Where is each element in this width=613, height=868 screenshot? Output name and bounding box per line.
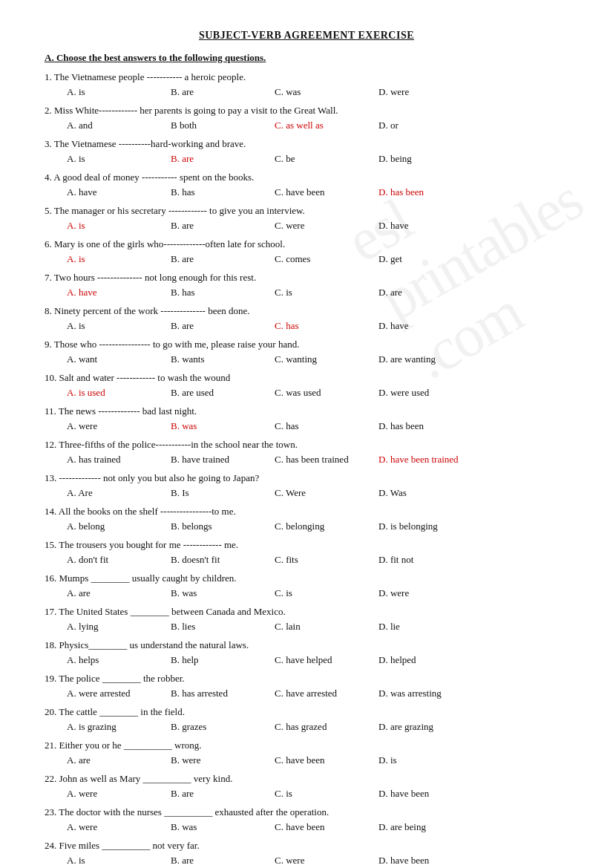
- question-text: 13. ------------- not only you but also …: [45, 471, 568, 486]
- answer-row: A. were arrestedB. has arrestedC. have a…: [45, 686, 568, 701]
- question-text: 7. Two hours -------------- not long eno…: [45, 270, 568, 285]
- answer-item: D. have been: [378, 853, 482, 868]
- answer-item: A. have: [67, 185, 171, 200]
- answer-row: A. isB. areC. wereD. have been: [45, 853, 568, 868]
- answer-item: C. has been trained: [275, 452, 378, 467]
- answer-item: D. have been: [378, 786, 482, 801]
- section-title: A. Choose the best answers to the follow…: [45, 52, 568, 64]
- answer-item: A. were: [67, 786, 171, 801]
- question-block: 2. Miss White------------ her parents is…: [45, 103, 568, 132]
- answer-item: A. lying: [67, 619, 171, 634]
- answer-item: B. Is: [171, 486, 275, 500]
- answer-item: C. were: [275, 218, 378, 233]
- answer-item: B. are: [171, 85, 275, 99]
- answer-item: A. is used: [67, 385, 171, 400]
- answer-item: A. Are: [67, 486, 171, 500]
- answer-item: B. are: [171, 151, 275, 166]
- question-block: 18. Physics________ us understand the na…: [45, 638, 568, 667]
- question-block: 23. The doctor with the nurses _________…: [45, 805, 568, 834]
- question-block: 5. The manager or his secretary --------…: [45, 203, 568, 232]
- answer-row: A. AreB. IsC. WereD. Was: [45, 486, 568, 500]
- answer-item: D. have been trained: [378, 452, 482, 467]
- question-block: 11. The news ------------- bad last nigh…: [45, 404, 568, 433]
- answer-item: B. has: [171, 285, 275, 300]
- answer-row: A. wereB. wasC. have beenD. are being: [45, 820, 568, 835]
- answer-item: C. have been: [275, 820, 378, 835]
- answer-row: A. haveB. hasC. have beenD. has been: [45, 185, 568, 200]
- answer-row: A. is grazingB. grazesC. has grazedD. ar…: [45, 719, 568, 734]
- answer-row: A. isB. areC. comesD. get: [45, 252, 568, 267]
- question-block: 3. The Vietnamese ----------hard-working…: [45, 137, 568, 166]
- question-block: 4. A good deal of money ----------- spen…: [45, 170, 568, 199]
- question-block: 10. Salt and water ------------ to wash …: [45, 371, 568, 399]
- answer-item: C. Were: [275, 486, 378, 500]
- answer-row: A. isB. areC. wereD. have: [45, 218, 568, 233]
- answer-row: A. isB. areC. hasD. have: [45, 319, 568, 333]
- answer-item: C. comes: [275, 252, 378, 267]
- answer-item: D. lie: [378, 619, 482, 634]
- question-text: 6. Mary is one of the girls who---------…: [45, 237, 568, 252]
- answer-item: B. are: [171, 853, 275, 868]
- answer-item: A. is: [67, 151, 171, 166]
- answer-row: A. haveB. hasC. isD. are: [45, 285, 568, 300]
- answer-item: D. or: [378, 118, 482, 133]
- answer-row: A. wereB. wasC. hasD. has been: [45, 419, 568, 434]
- answer-item: D. have: [378, 319, 482, 333]
- question-block: 14. All the books on the shelf ---------…: [45, 504, 568, 533]
- answer-item: A. is grazing: [67, 719, 171, 734]
- answer-item: A. is: [67, 252, 171, 267]
- answer-item: A. were arrested: [67, 686, 171, 701]
- answer-item: B. have trained: [171, 452, 275, 467]
- answer-item: D. has been: [378, 419, 482, 434]
- answer-item: A. has trained: [67, 452, 171, 467]
- question-block: 16. Mumps ________ usually caught by chi…: [45, 571, 568, 600]
- question-text: 8. Ninety percent of the work ----------…: [45, 304, 568, 319]
- question-text: 23. The doctor with the nurses _________…: [45, 805, 568, 820]
- answer-item: D. are grazing: [378, 719, 482, 734]
- answer-item: C. have been: [275, 753, 378, 768]
- answer-item: C. have been: [275, 185, 378, 200]
- answer-item: C. as well as: [275, 118, 378, 133]
- answer-row: A. is usedB. are usedC. was usedD. were …: [45, 385, 568, 400]
- question-text: 14. All the books on the shelf ---------…: [45, 504, 568, 519]
- answer-item: D. is belonging: [378, 519, 482, 534]
- answer-item: D. was arresting: [378, 686, 482, 701]
- answer-item: C. is: [275, 586, 378, 601]
- question-text: 21. Either you or he __________ wrong.: [45, 738, 568, 753]
- answer-item: D. have: [378, 218, 482, 233]
- answer-row: A. lyingB. liesC. lainD. lie: [45, 619, 568, 634]
- question-block: 13. ------------- not only you but also …: [45, 471, 568, 500]
- answer-item: B. grazes: [171, 719, 275, 734]
- answer-item: A. helps: [67, 653, 171, 668]
- question-text: 15. The trousers you bought for me -----…: [45, 538, 568, 552]
- answer-row: A. wereB. areC. isD. have been: [45, 786, 568, 801]
- answer-item: B. were: [171, 753, 275, 768]
- answer-item: D. were used: [378, 385, 482, 400]
- question-block: 6. Mary is one of the girls who---------…: [45, 237, 568, 266]
- answer-item: D. are being: [378, 820, 482, 835]
- question-text: 11. The news ------------- bad last nigh…: [45, 404, 568, 419]
- answer-item: A. have: [67, 285, 171, 300]
- answer-item: B. are used: [171, 385, 275, 400]
- answer-item: A. is: [67, 218, 171, 233]
- answer-row: A. isB. areC. wasD. were: [45, 85, 568, 99]
- question-text: 1. The Vietnamese people ----------- a h…: [45, 70, 568, 85]
- answer-item: D. are: [378, 285, 482, 300]
- answer-item: D. has been: [378, 185, 482, 200]
- answer-item: C. lain: [275, 619, 378, 634]
- answer-item: D. get: [378, 252, 482, 267]
- question-text: 3. The Vietnamese ----------hard-working…: [45, 137, 568, 151]
- answer-item: B. belongs: [171, 519, 275, 534]
- answer-row: A. wantB. wantsC. wantingD. are wanting: [45, 352, 568, 367]
- question-block: 20. The cattle ________ in the field.A. …: [45, 705, 568, 734]
- answer-item: C. fits: [275, 552, 378, 567]
- answer-row: A. areB. wasC. isD. were: [45, 586, 568, 601]
- page-title: SUBJECT-VERB AGREEMENT EXERCISE: [45, 30, 568, 42]
- question-block: 1. The Vietnamese people ----------- a h…: [45, 70, 568, 99]
- answer-item: A. are: [67, 753, 171, 768]
- answer-item: C. were: [275, 853, 378, 868]
- question-text: 12. Three-fifths of the police----------…: [45, 437, 568, 452]
- answer-item: D. were: [378, 85, 482, 99]
- answer-row: A. belongB. belongsC. belongingD. is bel…: [45, 519, 568, 534]
- question-text: 10. Salt and water ------------ to wash …: [45, 371, 568, 385]
